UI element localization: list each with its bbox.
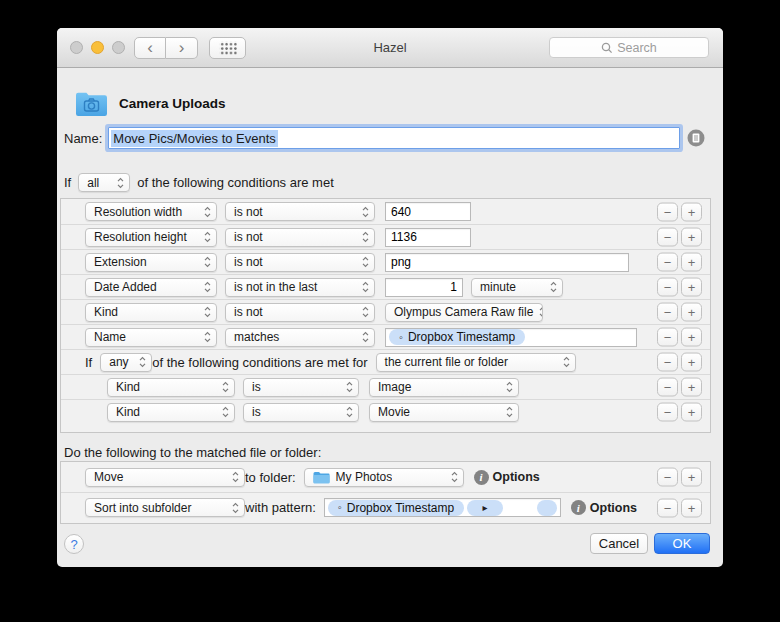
subfolder-pattern-field[interactable]: ◦ Dropbox Timestamp ▸	[324, 498, 561, 517]
pattern-stub-token[interactable]	[537, 500, 557, 516]
add-condition-button[interactable]: +	[681, 278, 702, 297]
updown-chevrons-icon	[362, 281, 369, 293]
condition-row: Date Added is not in the last minute − +	[61, 274, 710, 299]
attribute-popup[interactable]: Date Added	[85, 278, 217, 297]
close-window-button[interactable]	[70, 41, 83, 54]
plus-icon: +	[688, 501, 696, 514]
ok-button[interactable]: OK	[654, 533, 710, 554]
nested-scope-popup[interactable]: the current file or folder	[376, 353, 576, 372]
operator-popup[interactable]: is not	[225, 303, 375, 322]
add-condition-button[interactable]: +	[681, 253, 702, 272]
attribute-popup[interactable]: Resolution width	[85, 202, 217, 221]
operator-popup[interactable]: is not	[225, 228, 375, 247]
forward-button[interactable]: ›	[166, 37, 198, 59]
operator-popup[interactable]: is	[243, 403, 359, 422]
operator-popup[interactable]: is not	[225, 253, 375, 272]
search-placeholder: Search	[617, 41, 657, 55]
options-label: Options	[590, 501, 637, 515]
remove-condition-button[interactable]: −	[657, 403, 678, 422]
add-condition-button[interactable]: +	[681, 303, 702, 322]
destination-folder-popup[interactable]: My Photos	[304, 468, 464, 487]
minus-icon: −	[664, 331, 672, 344]
updown-chevrons-icon	[204, 256, 211, 268]
action-verb-popup[interactable]: Sort into subfolder	[85, 498, 245, 517]
operator-popup[interactable]: is not	[225, 202, 375, 221]
condition-row: Resolution height is not − +	[61, 224, 710, 249]
folder-icon	[313, 471, 330, 484]
attribute-popup[interactable]: Name	[85, 328, 217, 347]
minus-icon: −	[664, 471, 672, 484]
kind-value-popup[interactable]: Movie	[369, 403, 519, 422]
add-condition-button[interactable]: +	[681, 403, 702, 422]
move-options-button[interactable]: i	[474, 470, 489, 485]
sort-options-button[interactable]: i	[571, 500, 586, 515]
attribute-popup[interactable]: Extension	[85, 253, 217, 272]
condition-row: Kind is not Olympus Camera Raw file − +	[61, 299, 710, 324]
rule-name-input[interactable]: Move Pics/Movies to Events	[108, 127, 680, 149]
value-input[interactable]	[385, 228, 471, 247]
updown-chevrons-icon	[451, 471, 458, 483]
show-all-rules-button[interactable]	[209, 37, 246, 59]
value-input[interactable]	[385, 202, 471, 221]
add-condition-button[interactable]: +	[681, 378, 702, 397]
remove-action-button[interactable]: −	[657, 498, 678, 517]
updown-chevrons-icon	[204, 306, 211, 318]
note-icon	[687, 129, 705, 147]
add-condition-button[interactable]: +	[681, 353, 702, 372]
action-verb-popup[interactable]: Move	[85, 468, 245, 487]
updown-chevrons-icon	[222, 406, 229, 418]
rule-note-button[interactable]	[687, 129, 705, 147]
updown-chevrons-icon	[563, 356, 570, 368]
remove-condition-button[interactable]: −	[657, 202, 678, 221]
dropbox-timestamp-token[interactable]: ◦ Dropbox Timestamp	[389, 329, 525, 345]
kind-value-popup[interactable]: Image	[369, 378, 519, 397]
value-input[interactable]	[385, 253, 629, 272]
nav-buttons: ‹ ›	[134, 37, 198, 59]
add-action-button[interactable]: +	[681, 498, 702, 517]
operator-popup[interactable]: is not in the last	[225, 278, 375, 297]
operator-popup[interactable]: matches	[225, 328, 375, 347]
attribute-popup[interactable]: Kind	[85, 303, 217, 322]
updown-chevrons-icon	[222, 381, 229, 393]
info-icon: i	[577, 502, 580, 514]
dropbox-timestamp-token[interactable]: ◦ Dropbox Timestamp	[328, 500, 464, 516]
pattern-arrow-token[interactable]: ▸	[467, 500, 503, 516]
add-condition-button[interactable]: +	[681, 328, 702, 347]
add-action-button[interactable]: +	[681, 468, 702, 487]
action-row-move: Move to folder: My Photos i Options	[61, 462, 710, 492]
condition-row: Name matches ◦ Dropbox Timestamp − +	[61, 324, 710, 349]
nested-match-mode-popup[interactable]: any	[100, 353, 152, 372]
attribute-popup[interactable]: Kind	[107, 403, 235, 422]
attribute-popup[interactable]: Resolution height	[85, 228, 217, 247]
to-folder-label: to folder:	[245, 470, 296, 485]
kind-value-popup[interactable]: Olympus Camera Raw file	[385, 303, 543, 322]
search-input[interactable]: Search	[549, 37, 709, 58]
unit-popup[interactable]: minute	[471, 278, 563, 297]
remove-action-button[interactable]: −	[657, 468, 678, 487]
cancel-button[interactable]: Cancel	[590, 533, 648, 554]
remove-condition-button[interactable]: −	[657, 253, 678, 272]
with-pattern-label: with pattern:	[245, 500, 316, 515]
updown-chevrons-icon	[204, 281, 211, 293]
remove-condition-button[interactable]: −	[657, 378, 678, 397]
remove-condition-button[interactable]: −	[657, 278, 678, 297]
remove-condition-button[interactable]: −	[657, 328, 678, 347]
add-condition-button[interactable]: +	[681, 228, 702, 247]
add-condition-button[interactable]: +	[681, 202, 702, 221]
pattern-value-field[interactable]: ◦ Dropbox Timestamp	[385, 328, 637, 347]
attribute-popup[interactable]: Kind	[107, 378, 235, 397]
zoom-window-button[interactable]	[112, 41, 125, 54]
updown-chevrons-icon	[506, 381, 513, 393]
remove-condition-button[interactable]: −	[657, 228, 678, 247]
back-button[interactable]: ‹	[134, 37, 166, 59]
remove-condition-button[interactable]: −	[657, 303, 678, 322]
value-input[interactable]	[385, 278, 463, 297]
operator-popup[interactable]: is	[243, 378, 359, 397]
minimize-window-button[interactable]	[91, 41, 104, 54]
remove-condition-button[interactable]: −	[657, 353, 678, 372]
match-mode-popup[interactable]: all	[78, 173, 130, 192]
condition-row: Extension is not − +	[61, 249, 710, 274]
plus-icon: +	[688, 471, 696, 484]
nested-if-label: If	[85, 355, 92, 370]
help-button[interactable]: ?	[64, 534, 84, 554]
